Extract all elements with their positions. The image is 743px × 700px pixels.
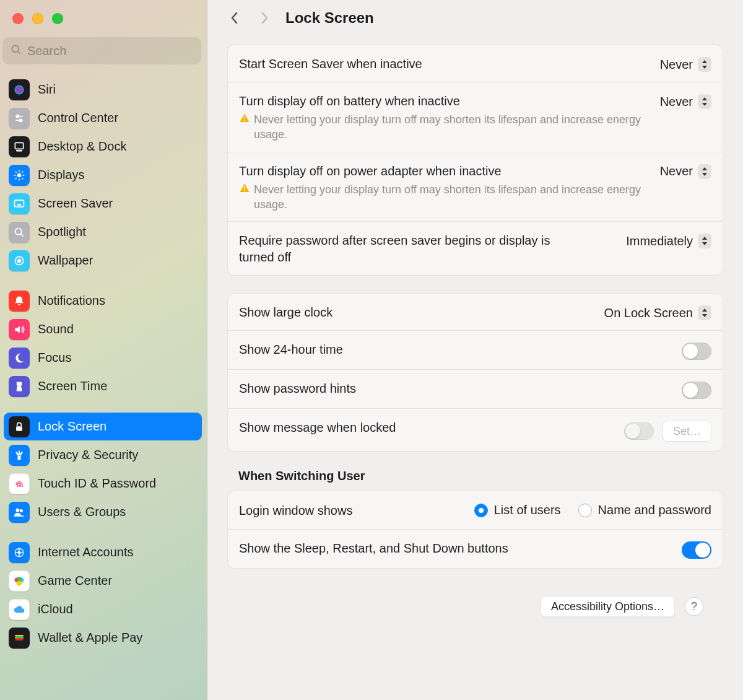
popup-value: Immediately — [626, 234, 693, 248]
row-start-screen-saver: Start Screen Saver when inactive Never — [228, 45, 723, 82]
sidebar-item-internet-accounts[interactable]: Internet Accounts — [4, 538, 202, 566]
row-display-off-battery: Turn display off on battery when inactiv… — [228, 82, 723, 152]
svg-marker-52 — [702, 314, 707, 317]
row-label: Require password after screen saver begi… — [239, 231, 561, 266]
window-controls — [0, 0, 207, 37]
svg-line-16 — [15, 178, 17, 179]
svg-rect-37 — [15, 636, 23, 638]
toggle-password-hints[interactable] — [682, 382, 711, 399]
row-label: Show 24-hour time — [239, 340, 672, 358]
desktop-dock-icon — [9, 136, 30, 157]
sidebar-search[interactable] — [2, 37, 201, 64]
toggle-sleep-restart-shutdown[interactable] — [682, 541, 711, 559]
large-clock-popup[interactable]: On Lock Screen — [604, 305, 711, 320]
toggle-locked-message[interactable] — [624, 422, 654, 440]
accessibility-options-button[interactable]: Accessibility Options… — [541, 596, 675, 617]
sidebar-item-control-center[interactable]: Control Center — [4, 104, 202, 132]
set-locked-message-button[interactable]: Set… — [663, 421, 711, 442]
sidebar-item-label: Privacy & Security — [38, 448, 138, 462]
svg-point-0 — [12, 45, 19, 52]
row-login-window: Login window shows List of users Name an… — [228, 491, 723, 530]
topbar: Lock Screen — [207, 0, 743, 36]
wallet-icon — [9, 628, 30, 649]
sidebar-item-focus[interactable]: Focus — [4, 344, 202, 372]
start-screen-saver-popup[interactable]: Never — [660, 57, 711, 72]
sidebar-item-label: Wallet & Apple Pay — [38, 631, 142, 645]
sidebar-item-icloud[interactable]: iCloud — [4, 595, 202, 623]
fullscreen-window-button[interactable] — [52, 13, 63, 24]
touch-id-icon — [9, 473, 30, 494]
row-password-hints: Show password hints — [228, 370, 723, 409]
row-sublabel: Never letting your display turn off may … — [254, 112, 650, 142]
sidebar-item-label: Screen Time — [38, 379, 107, 393]
radio-label: Name and password — [598, 503, 711, 517]
minimize-window-button[interactable] — [32, 13, 43, 24]
up-down-icon — [698, 57, 711, 72]
sidebar-item-users-groups[interactable]: Users & Groups — [4, 498, 202, 526]
help-button[interactable]: ? — [685, 597, 703, 616]
sidebar-item-desktop-dock[interactable]: Desktop & Dock — [4, 133, 202, 160]
svg-point-2 — [15, 85, 24, 94]
sidebar-item-label: Users & Groups — [38, 505, 126, 519]
sidebar-item-label: Lock Screen — [38, 419, 106, 434]
lock-screen-icon — [9, 416, 30, 437]
display-off-battery-popup[interactable]: Never — [660, 94, 711, 109]
svg-rect-41 — [244, 116, 245, 120]
sidebar-item-label: Game Center — [38, 574, 112, 588]
row-label: Show password hints — [239, 379, 672, 397]
focus-icon — [9, 348, 30, 369]
svg-line-1 — [18, 51, 20, 53]
svg-rect-42 — [244, 120, 245, 121]
row-label: Start Screen Saver when inactive — [239, 55, 650, 72]
svg-point-6 — [19, 119, 22, 121]
sidebar-item-label: Touch ID & Password — [38, 476, 156, 491]
sidebar-item-label: Screen Saver — [38, 196, 113, 211]
toggle-24-hour-time[interactable] — [682, 343, 711, 360]
close-window-button[interactable] — [12, 13, 24, 24]
sidebar-item-notifications[interactable]: Notifications — [4, 287, 202, 315]
radio-icon — [578, 504, 592, 517]
sidebar-item-wallpaper[interactable]: Wallpaper — [4, 247, 202, 274]
popup-value: Never — [660, 95, 693, 109]
row-require-password: Require password after screen saver begi… — [228, 222, 723, 275]
popup-value: Never — [660, 58, 693, 72]
svg-marker-50 — [702, 242, 707, 245]
sidebar-item-label: Wallpaper — [38, 253, 93, 268]
up-down-icon — [698, 164, 711, 179]
users-icon — [9, 502, 30, 523]
sidebar-item-siri[interactable]: Siri — [4, 76, 202, 103]
search-icon — [10, 43, 22, 59]
sidebar-item-touch-id[interactable]: Touch ID & Password — [4, 470, 202, 497]
sidebar-item-label: Displays — [38, 168, 85, 182]
spotlight-icon — [9, 222, 30, 243]
svg-point-22 — [18, 259, 21, 262]
sidebar-item-spotlight[interactable]: Spotlight — [4, 218, 202, 246]
require-password-popup[interactable]: Immediately — [626, 234, 711, 248]
back-button[interactable] — [226, 9, 243, 27]
sidebar-item-screen-time[interactable]: Screen Time — [4, 372, 202, 400]
search-input[interactable] — [27, 44, 194, 58]
display-off-power-popup[interactable]: Never — [660, 164, 711, 179]
sidebar-item-lock-screen[interactable]: Lock Screen — [4, 413, 202, 440]
sidebar-item-displays[interactable]: Displays — [4, 161, 202, 189]
sidebar-item-screen-saver[interactable]: Screen Saver — [4, 190, 202, 217]
sidebar-item-privacy-security[interactable]: Privacy & Security — [4, 441, 202, 469]
svg-marker-40 — [702, 66, 707, 69]
radio-list-of-users[interactable]: List of users — [474, 503, 561, 517]
forward-button[interactable] — [256, 9, 273, 27]
control-center-icon — [9, 108, 30, 129]
sidebar-item-wallet[interactable]: Wallet & Apple Pay — [4, 624, 202, 652]
svg-marker-48 — [702, 173, 707, 176]
svg-point-25 — [16, 508, 20, 512]
displays-icon — [9, 165, 30, 186]
svg-point-33 — [17, 580, 22, 585]
sidebar-item-game-center[interactable]: Game Center — [4, 567, 202, 595]
sidebar-item-label: Focus — [38, 351, 71, 365]
radio-name-and-password[interactable]: Name and password — [578, 503, 711, 517]
up-down-icon — [698, 94, 711, 109]
row-label: Show message when locked — [239, 418, 614, 436]
svg-line-17 — [22, 171, 23, 172]
svg-rect-7 — [15, 142, 23, 149]
row-large-clock: Show large clock On Lock Screen — [228, 294, 723, 331]
sidebar-item-sound[interactable]: Sound — [4, 315, 202, 343]
